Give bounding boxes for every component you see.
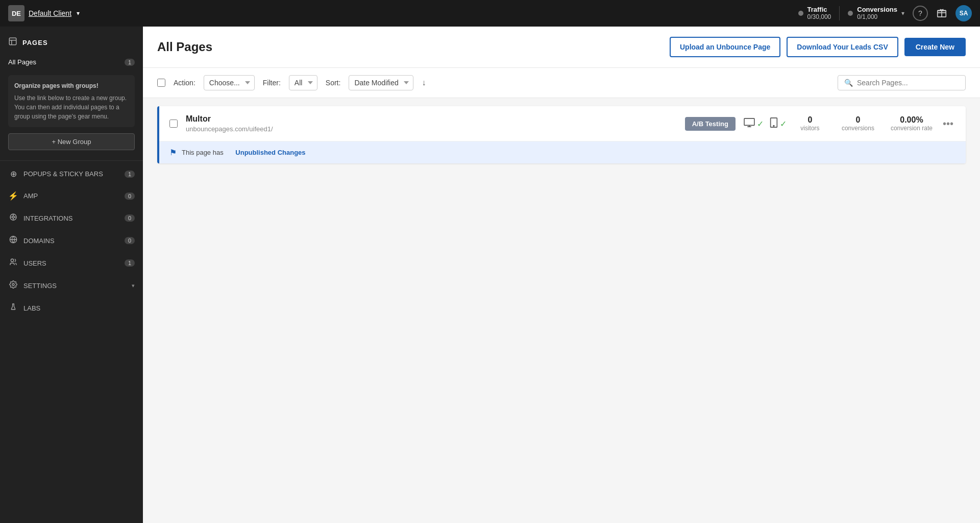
sidebar-item-users-count: 1	[125, 259, 135, 267]
sidebar-item-labs[interactable]: LABS	[0, 297, 143, 319]
page-header: All Pages Upload an Unbounce Page Downlo…	[143, 27, 980, 68]
sidebar-item-popups-label: POPUPS & STICKY BARS	[23, 170, 119, 178]
svg-rect-11	[744, 118, 754, 125]
sidebar-header: PAGES	[0, 27, 143, 53]
action-select[interactable]: Choose...	[204, 75, 255, 90]
sidebar-item-amp-count: 0	[125, 193, 135, 200]
unpublished-text: This page has	[182, 149, 224, 156]
sidebar-item-domains-label: DOMAINS	[23, 237, 119, 245]
labs-icon	[8, 303, 18, 313]
popups-icon: ⊕	[8, 169, 18, 179]
action-label: Action:	[174, 79, 195, 87]
sidebar: PAGES All Pages 1 Organize pages with gr…	[0, 27, 143, 523]
sidebar-item-settings[interactable]: SETTINGS ▾	[0, 274, 143, 297]
user-avatar[interactable]: SA	[955, 5, 972, 21]
conversion-rate-stat: 0.00% conversion rate	[891, 115, 933, 132]
conversions-count: 0	[842, 115, 874, 125]
traffic-label: Traffic	[807, 6, 831, 13]
conversions-dot	[848, 11, 853, 16]
page-row-wrapper: Multor unbouncepages.com/uifeed1/ A/B Te…	[157, 106, 966, 163]
new-group-button[interactable]: + New Group	[8, 133, 135, 150]
sidebar-item-all-pages[interactable]: All Pages 1	[0, 53, 143, 71]
pages-section: All Pages 1 Organize pages with groups! …	[0, 53, 143, 158]
sidebar-item-users[interactable]: USERS 1	[0, 252, 143, 274]
row-checkbox[interactable]	[169, 120, 178, 128]
unpublished-changes-link[interactable]: Unpublished Changes	[235, 149, 305, 156]
sidebar-item-popups[interactable]: ⊕ POPUPS & STICKY BARS 1	[0, 163, 143, 185]
conversions-value: 0/1,000	[857, 13, 897, 21]
toolbar: Action: Choose... Filter: All Sort: Date…	[143, 68, 980, 98]
pages-icon	[8, 37, 17, 48]
create-new-button[interactable]: Create New	[904, 38, 966, 56]
all-pages-count: 1	[125, 59, 135, 66]
conversions-label: conversions	[842, 125, 874, 132]
select-all-checkbox[interactable]	[157, 79, 165, 87]
table-row: Multor unbouncepages.com/uifeed1/ A/B Te…	[159, 106, 966, 141]
tablet-icon	[770, 117, 778, 130]
gift-icon[interactable]	[936, 7, 947, 20]
page-url: unbouncepages.com/uifeed1/	[186, 125, 677, 133]
users-icon	[8, 258, 18, 268]
group-promo-text: Use the link below to create a new group…	[14, 94, 127, 120]
desktop-icon	[744, 118, 755, 130]
table-area: Multor unbouncepages.com/uifeed1/ A/B Te…	[143, 98, 980, 523]
stat-divider	[839, 6, 840, 20]
sidebar-item-amp[interactable]: ⚡ AMP 0	[0, 185, 143, 207]
conversions-text: Conversions 0/1,000	[857, 6, 897, 21]
group-promo-title: Organize pages with groups!	[14, 81, 129, 90]
sort-direction-icon[interactable]: ↓	[422, 78, 426, 87]
flag-icon: ⚑	[169, 148, 177, 157]
svg-rect-1	[9, 38, 16, 45]
desktop-check-icon: ✓	[757, 119, 764, 129]
traffic-dot	[798, 11, 803, 16]
sidebar-item-integrations-count: 0	[125, 215, 135, 222]
upload-page-button[interactable]: Upload an Unbounce Page	[670, 37, 780, 57]
settings-chevron-icon: ▾	[132, 282, 135, 289]
sort-select[interactable]: Date Modified	[349, 75, 413, 90]
sidebar-divider-1	[0, 160, 143, 161]
help-button[interactable]: ?	[913, 6, 928, 21]
visitors-stat: 0 visitors	[795, 115, 825, 132]
traffic-value: 0/30,000	[807, 13, 831, 21]
traffic-text: Traffic 0/30,000	[807, 6, 831, 21]
filter-label: Filter:	[263, 79, 281, 87]
traffic-stat: Traffic 0/30,000	[798, 6, 831, 21]
conversions-stat: 0 conversions	[842, 115, 874, 132]
more-options-button[interactable]: •••	[941, 116, 955, 132]
sidebar-item-integrations-label: INTEGRATIONS	[23, 215, 119, 222]
ab-testing-badge[interactable]: A/B Testing	[685, 117, 736, 131]
top-nav: DE Default Client ▾ Traffic 0/30,000 Con…	[0, 0, 980, 27]
svg-point-13	[773, 125, 774, 126]
sidebar-item-labs-label: LABS	[23, 304, 135, 312]
client-selector[interactable]: DE Default Client ▾	[8, 5, 80, 21]
conversion-rate-label: conversion rate	[891, 125, 933, 132]
integrations-icon	[8, 213, 18, 223]
sidebar-item-domains[interactable]: DOMAINS 0	[0, 229, 143, 252]
search-input[interactable]	[857, 79, 959, 87]
main-layout: PAGES All Pages 1 Organize pages with gr…	[0, 27, 980, 523]
filter-select[interactable]: All	[289, 75, 317, 90]
mobile-device: ✓	[770, 117, 787, 130]
page-title: All Pages	[157, 40, 212, 54]
conversions-chevron-icon[interactable]: ▾	[901, 10, 904, 17]
sidebar-item-popups-count: 1	[125, 171, 135, 178]
sidebar-item-settings-label: SETTINGS	[23, 282, 127, 290]
svg-point-2	[12, 216, 14, 218]
row-info: Multor unbouncepages.com/uifeed1/	[186, 114, 677, 133]
stats-row: 0 visitors 0 conversions 0.00% conversio…	[795, 115, 933, 132]
download-leads-button[interactable]: Download Your Leads CSV	[787, 37, 898, 57]
group-promo: Organize pages with groups! Use the link…	[8, 75, 135, 127]
sidebar-section-title: PAGES	[22, 39, 48, 46]
sidebar-item-integrations[interactable]: INTEGRATIONS 0	[0, 207, 143, 229]
all-pages-label: All Pages	[8, 58, 36, 66]
settings-icon	[8, 280, 18, 291]
unpublished-notice: ⚑ This page has Unpublished Changes	[159, 141, 966, 163]
page-actions: Upload an Unbounce Page Download Your Le…	[670, 37, 966, 57]
svg-point-9	[11, 259, 13, 262]
client-chevron-icon: ▾	[77, 10, 80, 17]
conversions-label: Conversions	[857, 6, 897, 13]
visitors-count: 0	[795, 115, 825, 125]
sidebar-item-amp-label: AMP	[23, 192, 119, 200]
svg-point-10	[12, 283, 14, 286]
client-avatar: DE	[8, 5, 24, 21]
